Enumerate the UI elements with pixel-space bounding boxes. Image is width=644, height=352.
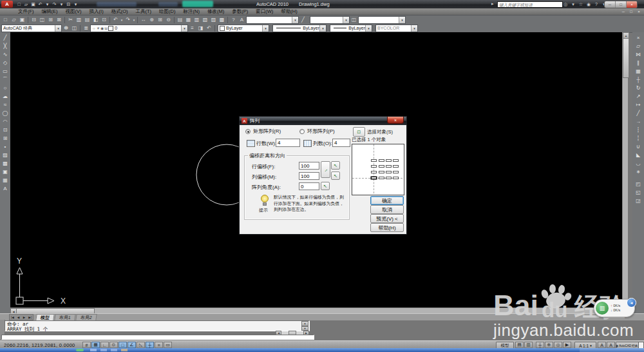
fillet-icon[interactable]: ◡ bbox=[634, 159, 643, 168]
open-icon[interactable]: ▱ bbox=[23, 1, 30, 8]
redo-icon[interactable]: ↷ bbox=[124, 16, 132, 24]
infocenter-search-input[interactable] bbox=[497, 1, 563, 8]
arc-icon[interactable]: ⌒ bbox=[1, 75, 10, 84]
scroll-up-icon[interactable]: ▲ bbox=[301, 321, 308, 326]
chevron-down-icon[interactable]: ▾ bbox=[365, 25, 372, 32]
help-button[interactable]: 帮助(H) bbox=[370, 223, 404, 232]
menu-item[interactable]: 帮助(H) bbox=[277, 8, 301, 15]
autoscale-icon[interactable]: A bbox=[607, 342, 615, 348]
tool-palettes-icon[interactable]: ▥ bbox=[193, 16, 201, 24]
chevron-down-icon[interactable]: ▾ bbox=[55, 25, 61, 32]
command-input-box[interactable] bbox=[1, 335, 314, 340]
workspace-combo[interactable]: AutoCAD 经典 ▾ bbox=[1, 24, 62, 32]
move-icon[interactable]: ┼ bbox=[634, 75, 643, 84]
explode-icon[interactable]: ∗ bbox=[634, 168, 643, 176]
color-combo[interactable]: ByLayer ▾ bbox=[218, 24, 269, 32]
dialog-close-button[interactable]: × bbox=[387, 117, 404, 124]
linetype-combo[interactable]: ByLayer ▾ bbox=[272, 24, 327, 32]
doc-close-button[interactable]: × bbox=[635, 10, 643, 14]
undo-icon[interactable]: ↶ bbox=[111, 16, 120, 24]
help-icon[interactable]: ? bbox=[229, 16, 238, 24]
publish-icon[interactable]: ⊞ bbox=[46, 16, 55, 24]
trim-icon[interactable]: ╱ bbox=[634, 109, 643, 117]
undo-icon[interactable]: ↶ bbox=[37, 1, 44, 8]
menu-item[interactable]: 视图(V) bbox=[62, 8, 86, 15]
dyn-toggle[interactable]: ┼ bbox=[146, 342, 154, 348]
extend-icon[interactable]: → bbox=[634, 117, 643, 126]
menu-item[interactable]: 编辑(E) bbox=[38, 8, 62, 15]
layer-lock-icon[interactable]: ◉ bbox=[100, 26, 104, 30]
polar-array-radio[interactable] bbox=[299, 129, 305, 134]
designcenter-icon[interactable]: ▦ bbox=[184, 16, 193, 24]
circle-icon[interactable]: ○ bbox=[1, 84, 10, 92]
hatch-icon[interactable]: ▨ bbox=[1, 151, 10, 159]
last-tab-button[interactable]: ▶| bbox=[27, 316, 33, 319]
rectangular-array-radio[interactable] bbox=[245, 129, 251, 134]
array-angle-input[interactable] bbox=[299, 182, 319, 190]
polar-toggle[interactable]: ⊙ bbox=[109, 342, 118, 348]
prev-tab-button[interactable]: ◀ bbox=[15, 316, 21, 319]
array-icon[interactable]: ▦ bbox=[634, 67, 643, 75]
plot-icon[interactable]: ⊟ bbox=[65, 1, 72, 8]
quickview-drawings-icon[interactable]: ▥ bbox=[524, 342, 533, 348]
markup-icon[interactable]: ▨ bbox=[209, 16, 218, 24]
copy-icon[interactable]: ▥ bbox=[75, 16, 83, 24]
chamfer-icon[interactable]: ◣ bbox=[634, 151, 643, 159]
scroll-down-icon[interactable]: ▼ bbox=[301, 326, 308, 331]
pick-column-offset-button[interactable]: ↖ bbox=[331, 171, 340, 180]
plotstyle-combo[interactable]: BYCOLOR ▾ bbox=[375, 24, 418, 32]
showmotion-icon[interactable]: ▶ bbox=[563, 342, 571, 348]
table-style-icon[interactable]: ◫ bbox=[350, 16, 358, 24]
save-icon[interactable]: ▣ bbox=[30, 1, 37, 8]
menu-item[interactable]: 工具(T) bbox=[132, 8, 156, 15]
mtext-icon[interactable]: A bbox=[1, 184, 10, 193]
network-speed-widget[interactable]: ▥ ↑ 0K/s ↓ 0K/s ◄ bbox=[594, 299, 635, 317]
stretch-icon[interactable]: ↦ bbox=[634, 101, 643, 109]
select-objects-button[interactable]: ⊡ bbox=[353, 127, 365, 137]
first-tab-button[interactable]: |◀ bbox=[10, 316, 15, 319]
columns-input[interactable] bbox=[332, 139, 350, 147]
layer-previous-icon[interactable]: ↶ bbox=[205, 24, 213, 32]
canvas-vertical-scrollbar[interactable]: ▲ ▼ bbox=[622, 32, 628, 313]
chevron-down-icon[interactable]: ▾ bbox=[399, 17, 405, 23]
dim-style-combo[interactable]: ▾ bbox=[310, 16, 350, 24]
layer-freeze-icon[interactable]: ☀ bbox=[97, 26, 100, 30]
menu-item[interactable]: 标注(N) bbox=[180, 8, 204, 15]
brush-icon[interactable]: ╱ bbox=[299, 16, 307, 24]
cut-icon[interactable]: ✂ bbox=[66, 16, 75, 24]
app-logo-icon[interactable]: A bbox=[1, 1, 13, 8]
redo-icon[interactable]: ↷ bbox=[51, 1, 58, 8]
menu-item[interactable]: 文件(F) bbox=[14, 8, 38, 15]
row-offset-input[interactable] bbox=[299, 162, 319, 170]
pan-icon[interactable]: ↔ bbox=[139, 16, 147, 24]
restore-button[interactable]: □ bbox=[616, 1, 627, 8]
lwt-toggle[interactable]: ≡ bbox=[155, 342, 163, 348]
break-at-point-icon[interactable]: ┆ bbox=[634, 126, 643, 134]
new-icon[interactable]: □ bbox=[1, 16, 10, 24]
save-icon[interactable]: ▣ bbox=[18, 16, 26, 24]
line-icon[interactable]: ╱ bbox=[1, 34, 10, 42]
gradient-icon[interactable]: ▩ bbox=[1, 159, 10, 168]
block-editor-icon[interactable]: ⊡ bbox=[100, 16, 108, 24]
next-tab-button[interactable]: ▶ bbox=[21, 316, 27, 319]
menu-item[interactable]: 修改(M) bbox=[204, 8, 228, 15]
layer-properties-manager-icon[interactable]: ≣ bbox=[82, 24, 90, 32]
ok-button[interactable]: 确定 bbox=[370, 196, 404, 205]
text-style-icon[interactable]: A bbox=[238, 16, 246, 24]
grid-toggle[interactable]: ▦ bbox=[91, 342, 100, 348]
preview-button[interactable]: 预览(V) < bbox=[370, 214, 404, 223]
copy-icon[interactable]: ▱ bbox=[634, 42, 643, 50]
paste-icon[interactable]: ▤ bbox=[83, 16, 91, 24]
ortho-toggle[interactable]: ∟ bbox=[100, 342, 109, 348]
qat-caret-icon[interactable]: ▾ bbox=[72, 1, 79, 8]
binoculars-icon[interactable]: ◎ bbox=[562, 1, 569, 8]
insert-block-icon[interactable]: ⊡ bbox=[1, 126, 10, 134]
layer-plot-icon[interactable]: ⊟ bbox=[104, 26, 108, 30]
layer-states-icon[interactable]: ≡ bbox=[188, 24, 196, 32]
annotation-visibility-icon[interactable]: A bbox=[598, 342, 606, 348]
sheet-set-manager-icon[interactable]: ▧ bbox=[201, 16, 209, 24]
help-icon[interactable]: ? bbox=[592, 1, 600, 8]
new-icon[interactable]: □ bbox=[15, 1, 23, 8]
undo-caret-icon[interactable]: ▾ bbox=[44, 1, 51, 8]
scroll-thumb[interactable] bbox=[623, 38, 629, 78]
